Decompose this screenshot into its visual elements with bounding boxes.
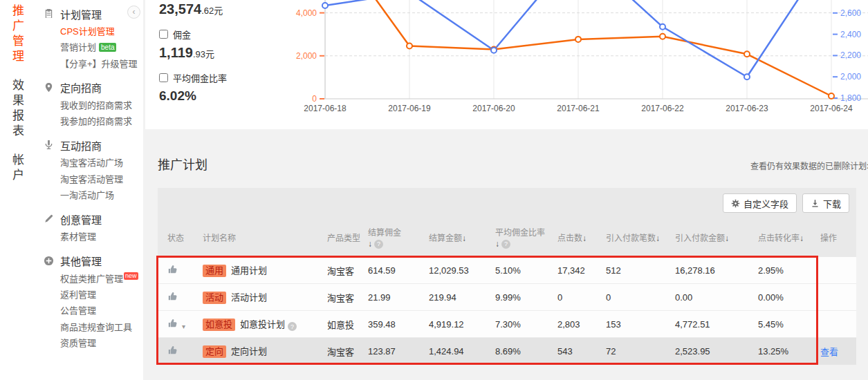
sort-icon[interactable]: ↓: [725, 234, 729, 243]
data-point-marker: [322, 3, 328, 8]
right-axis-tick-label: 2,400: [840, 30, 861, 39]
header-payment-amount[interactable]: 引入付款金额↓: [675, 231, 758, 243]
menu-group-interactive-title[interactable]: 互动招商: [38, 135, 143, 155]
help-icon[interactable]: ?: [501, 240, 510, 249]
deleted-plans-link[interactable]: 查看仍有效果数据的已删除计划>>: [750, 160, 868, 171]
view-link[interactable]: 查看: [820, 347, 838, 357]
header-settled-amount[interactable]: 结算金额↓: [429, 231, 495, 243]
avg-rate-checkbox-label: 平均佣金比率: [173, 71, 227, 84]
menu-group-other-title[interactable]: 其他管理: [38, 251, 143, 271]
menu-group-plan-label: 计划管理: [60, 7, 102, 21]
sidebar-item-cps-plan[interactable]: CPS计划管理: [38, 23, 143, 39]
menu-group-interactive-label: 互动招商: [60, 138, 102, 153]
header-settled-commission[interactable]: 结算佣金 ↓?: [368, 226, 429, 249]
plan-name[interactable]: 通用计划: [231, 265, 267, 276]
gear-icon: [731, 199, 740, 208]
header-settled-amount-label: 结算金额: [429, 234, 462, 243]
sidebar-item-received-requests[interactable]: 我收到的招商需求: [38, 97, 143, 113]
primary-nav-promotion[interactable]: 推广管理: [8, 4, 26, 65]
left-axis-tick-label: 4,000: [296, 8, 317, 18]
megaphone-icon: [44, 140, 55, 151]
thumb-up-icon[interactable]: [167, 291, 178, 302]
thumb-up-icon[interactable]: [167, 345, 178, 356]
sidebar-item-taoke-activity-plaza[interactable]: 淘宝客活动广场: [38, 155, 143, 171]
header-avg-commission-rate-label: 平均佣金比率: [495, 226, 555, 238]
header-clicks[interactable]: 点击数↓: [557, 231, 606, 243]
plan-name[interactable]: 如意投计划: [240, 319, 285, 330]
settled-amount-cell: 12,029.53: [429, 265, 495, 276]
metric-total-int: 23,574: [159, 1, 201, 17]
chevron-down-icon[interactable]: ▾: [182, 323, 185, 330]
sidebar-item-qualification-mgmt[interactable]: 资质管理: [38, 335, 143, 351]
table-row: 活动活动计划 淘宝客 21.99 219.94 9.99% 0 0 0.00 0…: [158, 284, 856, 311]
data-point-marker: [660, 34, 665, 39]
sort-icon[interactable]: ↓: [368, 239, 372, 249]
sidebar-item-violation-query-tool[interactable]: 商品违规查询工具: [38, 319, 143, 335]
sidebar-item-joined-requests[interactable]: 我参加的招商需求: [38, 113, 143, 129]
help-icon[interactable]: ?: [288, 322, 297, 331]
sidebar: 推广管理 效果报表 帐户 ‹ 计划管理 CPS计划管理 营销计划beta 【分享…: [0, 0, 143, 380]
sidebar-collapse-button[interactable]: ‹: [127, 6, 140, 19]
thumb-up-icon[interactable]: [167, 318, 178, 329]
sidebar-item-taoke-activity-mgmt[interactable]: 淘宝客活动管理: [38, 171, 143, 187]
primary-nav-account[interactable]: 帐户: [8, 153, 26, 184]
settled-amount-cell: 4,919.12: [429, 319, 495, 330]
sort-icon[interactable]: ↓: [656, 234, 660, 243]
sidebar-menu: 计划管理 CPS计划管理 营销计划beta 【分享+】升级管理 定向招商 我收到…: [38, 0, 143, 357]
sort-icon[interactable]: ↓: [462, 234, 466, 243]
download-button[interactable]: 下载: [802, 193, 849, 213]
avg-rate-checkbox[interactable]: [159, 73, 168, 82]
sidebar-item-rights-promotion[interactable]: 权益类推广管理new: [38, 271, 143, 287]
sidebar-item-share-upgrade[interactable]: 【分享+】升级管理: [38, 56, 143, 72]
product-type-cell: 如意投: [327, 318, 368, 331]
customize-fields-button[interactable]: 自定义字段: [723, 193, 797, 213]
metric-commission-value: 1,119.93元: [159, 45, 287, 61]
download-label: 下载: [823, 197, 841, 210]
menu-group-creative: 创意管理 素材管理: [38, 209, 143, 245]
settled-commission-cell: 123.87: [368, 346, 429, 357]
data-point-marker: [491, 48, 497, 53]
header-settled-commission-label: 结算佣金: [368, 226, 426, 238]
sidebar-item-marketing-plan[interactable]: 营销计划beta: [38, 39, 143, 55]
sidebar-item-rebate-mgmt[interactable]: 返利管理: [38, 287, 143, 303]
plan-name[interactable]: 活动计划: [231, 292, 267, 303]
sidebar-item-marketing-plan-label: 营销计划: [60, 42, 96, 53]
payment-count-cell: 0: [606, 292, 675, 303]
new-badge: new: [124, 272, 138, 280]
commission-checkbox-row: 佣金: [159, 28, 287, 41]
commission-checkbox[interactable]: [159, 30, 168, 39]
header-payment-count[interactable]: 引入付款笔数↓: [606, 231, 675, 243]
sort-icon[interactable]: ↓: [582, 234, 587, 243]
header-avg-commission-rate[interactable]: 平均佣金比率 ↓?: [495, 226, 557, 249]
data-point-marker: [407, 44, 412, 49]
plan-type-badge: 活动: [203, 292, 226, 304]
menu-group-targeted-title[interactable]: 定向招商: [38, 78, 143, 97]
header-conversion-rate-label: 点击转化率: [758, 234, 800, 243]
header-payment-amount-label: 引入付款金额: [675, 234, 725, 243]
page: 推广管理 效果报表 帐户 ‹ 计划管理 CPS计划管理 营销计划beta 【分享…: [0, 0, 868, 380]
product-type-cell: 淘宝客: [327, 264, 368, 277]
menu-group-other-label: 其他管理: [60, 254, 102, 268]
primary-nav-reports[interactable]: 效果报表: [8, 79, 26, 140]
plan-name[interactable]: 定向计划: [231, 346, 267, 357]
header-conversion-rate[interactable]: 点击转化率↓: [758, 231, 820, 243]
sidebar-item-announcement-mgmt[interactable]: 公告管理: [38, 303, 143, 319]
data-point-marker: [829, 93, 834, 99]
commission-checkbox-label: 佣金: [173, 28, 191, 41]
beta-badge: beta: [99, 43, 116, 52]
sort-icon[interactable]: ↓: [800, 234, 804, 243]
menu-group-creative-title[interactable]: 创意管理: [38, 209, 143, 229]
sort-icon[interactable]: ↓: [495, 239, 499, 249]
trend-chart: 02,0004,0001,8002,0002,2002,4002,6002017…: [284, 0, 868, 129]
data-point-marker: [660, 24, 665, 30]
x-axis-label: 2017-06-21: [557, 104, 600, 113]
data-point-marker: [744, 51, 750, 57]
sidebar-item-etao-activity-plaza[interactable]: 一淘活动广场: [38, 187, 143, 203]
thumb-up-icon[interactable]: [167, 264, 178, 275]
payment-count-cell: 72: [606, 346, 675, 357]
help-icon[interactable]: ?: [374, 240, 383, 249]
right-axis-tick-label: 2,200: [840, 50, 861, 60]
metric-commission-int: 1,119: [159, 45, 193, 60]
clicks-cell: 17,342: [557, 265, 606, 276]
sidebar-item-material-mgmt[interactable]: 素材管理: [38, 229, 143, 245]
